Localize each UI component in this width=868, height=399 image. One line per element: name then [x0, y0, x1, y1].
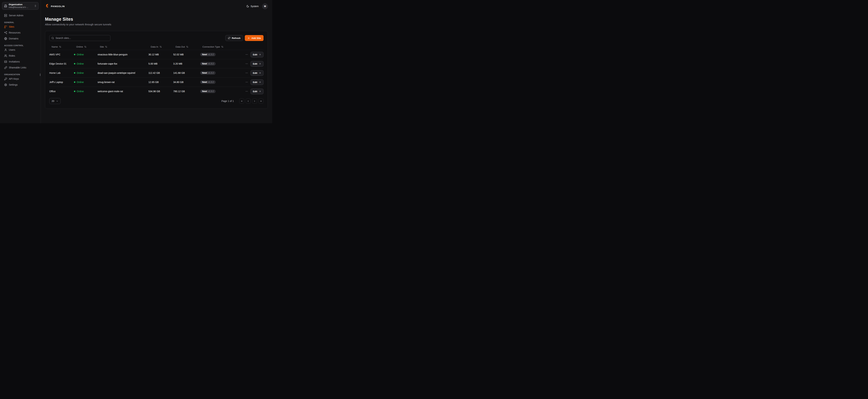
- arrow-right-icon: [259, 62, 261, 65]
- sidebar-item-resources[interactable]: Resources: [3, 30, 38, 36]
- sort-icon: [186, 46, 188, 48]
- search-input[interactable]: [56, 37, 108, 39]
- theme-toggle[interactable]: System: [246, 5, 259, 8]
- link-icon: [4, 66, 7, 69]
- row-menu-button[interactable]: [245, 81, 248, 84]
- status-cell: Online: [74, 81, 98, 84]
- previous-page-button[interactable]: [246, 98, 251, 104]
- row-menu-button[interactable]: [245, 71, 248, 75]
- status-cell: Online: [74, 71, 98, 74]
- sidebar-item-settings[interactable]: Settings: [3, 82, 38, 88]
- sites-card: Refresh Add Site Name: [45, 31, 268, 109]
- first-page-button[interactable]: [239, 98, 244, 104]
- arrow-right-icon: [259, 72, 261, 74]
- add-site-button[interactable]: Add Site: [245, 35, 264, 41]
- connection-type-badge: Newtv1.3.2: [200, 62, 216, 65]
- app-root: Organization milo@fossorial.io's ... Ser…: [0, 0, 272, 123]
- status-badge: Online: [77, 53, 84, 56]
- column-header-data-out[interactable]: Data Out: [173, 45, 200, 48]
- sort-icon: [159, 46, 162, 48]
- pager: [239, 98, 264, 104]
- sidebar-item-label: Settings: [9, 83, 18, 86]
- topbar: PANGOLIN System M: [41, 0, 272, 12]
- sidebar-item-api-keys[interactable]: API Keys: [3, 76, 38, 82]
- card-toolbar: Refresh Add Site: [49, 35, 264, 41]
- page-size-select[interactable]: 20: [49, 98, 61, 104]
- org-label: Organization: [9, 3, 33, 6]
- sidebar-scrollbar-thumb[interactable]: [40, 73, 40, 76]
- data-out-value: 780.12 GB: [173, 90, 200, 93]
- sidebar-item-label: Shareable Links: [9, 66, 26, 69]
- org-texts: Organization milo@fossorial.io's ...: [9, 3, 33, 8]
- status-badge: Online: [77, 62, 84, 65]
- status-badge: Online: [77, 71, 84, 74]
- edit-button[interactable]: Edit: [250, 52, 264, 58]
- status-cell: Online: [74, 62, 98, 65]
- status-dot: [74, 54, 75, 55]
- connection-type-badge: Newtv1.3.2: [200, 81, 216, 84]
- edit-button[interactable]: Edit: [250, 79, 264, 85]
- edit-button[interactable]: Edit: [250, 89, 264, 94]
- column-header-site[interactable]: Site: [98, 45, 148, 48]
- search-icon: [51, 37, 54, 39]
- page-subtitle: Allow connectivity to your network throu…: [45, 23, 268, 26]
- edit-button[interactable]: Edit: [250, 70, 264, 76]
- users-icon: [4, 54, 7, 57]
- sites-icon: [4, 25, 7, 28]
- main-area: PANGOLIN System M Manage Sites Allow con…: [41, 0, 272, 123]
- sidebar-item-invitations[interactable]: Invitations: [3, 59, 38, 65]
- server-icon: [4, 14, 7, 17]
- gear-icon: [4, 83, 7, 86]
- sidebar-item-label: Invitations: [9, 60, 20, 63]
- sidebar-item-server-admin[interactable]: Server Admin: [3, 12, 38, 19]
- section-heading-access-control: ACCESS CONTROL: [4, 44, 36, 47]
- data-out-value: 3.20 MB: [173, 62, 200, 65]
- next-page-button[interactable]: [252, 98, 257, 104]
- row-menu-button[interactable]: [245, 90, 248, 93]
- column-header-connection-type[interactable]: Connection Type: [200, 45, 240, 48]
- refresh-button[interactable]: Refresh: [225, 35, 243, 41]
- plus-icon: [247, 37, 250, 39]
- column-header-data-in[interactable]: Data In: [148, 45, 173, 48]
- column-header-online[interactable]: Online: [74, 45, 98, 48]
- key-icon: [4, 78, 7, 81]
- section-heading-general: GENERAL: [4, 21, 36, 24]
- edit-button[interactable]: Edit: [250, 61, 264, 67]
- site-tunnel-name: fortunate-cape-fox: [98, 62, 148, 65]
- sidebar-item-domains[interactable]: Domains: [3, 36, 38, 41]
- arrow-right-icon: [259, 81, 261, 83]
- ellipsis-icon: [245, 62, 248, 65]
- site-name: Jeff's Laptop: [49, 81, 74, 84]
- data-out-value: 141.68 GB: [173, 71, 200, 74]
- actions-cell: Edit: [240, 52, 264, 58]
- row-menu-button[interactable]: [245, 53, 248, 56]
- avatar[interactable]: M: [262, 3, 268, 9]
- org-selector[interactable]: Organization milo@fossorial.io's ...: [2, 2, 38, 10]
- ellipsis-icon: [245, 53, 248, 56]
- last-page-button[interactable]: [258, 98, 264, 104]
- avatar-initial: M: [264, 5, 266, 8]
- connection-type-cell: Newtv1.3.2: [200, 71, 240, 75]
- card-footer: 20 Page 1 of 1: [49, 98, 264, 104]
- sidebar-item-roles[interactable]: Roles: [3, 53, 38, 59]
- section-heading-organization: ORGANIZATION: [4, 73, 36, 75]
- sidebar-item-shareable-links[interactable]: Shareable Links: [3, 65, 38, 70]
- status-dot: [74, 63, 75, 64]
- building-icon: [4, 4, 7, 7]
- arrow-right-icon: [259, 90, 261, 93]
- actions-cell: Edit: [240, 70, 264, 76]
- arrow-right-icon: [259, 53, 261, 56]
- status-cell: Online: [74, 53, 98, 56]
- status-badge: Online: [77, 90, 84, 93]
- sidebar-item-sites[interactable]: Sites: [3, 24, 38, 30]
- column-header-name[interactable]: Name: [49, 45, 74, 48]
- row-menu-button[interactable]: [245, 62, 248, 65]
- connection-type-badge: Newtv1.3.2: [200, 53, 216, 56]
- site-name: Office: [49, 90, 74, 93]
- table-row: Edge Device 01 Online fortunate-cape-fox…: [49, 59, 264, 68]
- table-row: AWS VPC Online vivacious-little-blue-pen…: [49, 50, 264, 59]
- data-in-value: 12.65 GB: [148, 81, 173, 84]
- connection-type-cell: Newtv1.3.2: [200, 62, 240, 65]
- sidebar-item-users[interactable]: Users: [3, 47, 38, 53]
- site-tunnel-name: vivacious-little-blue-penguin: [98, 53, 148, 56]
